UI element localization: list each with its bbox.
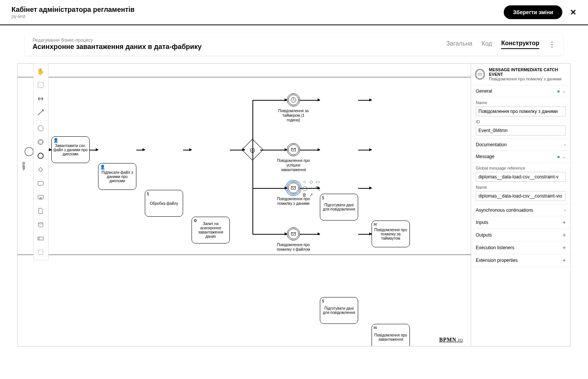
user-task-icon: 👤 [53, 138, 59, 143]
send-task-icon: ✉ [373, 325, 377, 330]
task-process-file[interactable]: §Обробка файлу [145, 190, 183, 217]
app-subtitle: py-test [11, 14, 134, 19]
svg-point-9 [38, 222, 43, 224]
id-label: ID [476, 119, 566, 124]
tab-code[interactable]: Код [482, 40, 492, 49]
section-documentation[interactable]: Documentation› [471, 139, 570, 151]
gmr-label: Global message reference [476, 166, 566, 170]
svg-rect-7 [38, 195, 43, 199]
hand-tool-icon[interactable]: ✋ [34, 64, 47, 78]
element-type-label: MESSAGE INTERMEDIATE CATCH EVENT [489, 67, 567, 77]
section-async[interactable]: Asynchronous continuations› [471, 204, 570, 216]
app-title: Кабінет адміністратора регламентів [11, 6, 134, 14]
task-prep-b1[interactable]: §Підготувати дані для повідомлення [320, 194, 358, 221]
section-general[interactable]: General ⌄ [471, 85, 570, 97]
message-event-success-label: Повідомлення про успішне завантаження [276, 158, 311, 172]
subprocess-icon[interactable] [34, 190, 47, 204]
gateway-icon[interactable] [34, 163, 47, 176]
ctx-connect-icon[interactable]: ↗ [308, 192, 314, 198]
start-event[interactable] [25, 147, 34, 156]
svg-point-3 [39, 140, 43, 144]
breadcrumb: Редагування бізнес-процесу [33, 38, 201, 43]
svg-rect-6 [38, 181, 43, 185]
properties-panel: MESSAGE INTERMEDIATE CATCH EVENT Повідом… [471, 64, 570, 346]
user-task-icon: 👤 [100, 165, 105, 170]
svg-rect-0 [38, 82, 43, 88]
task-prep-b2[interactable]: §Підготувати дані для повідомлення [320, 297, 358, 324]
data-store-icon[interactable] [34, 218, 47, 232]
timer-event-label: Повідомлення за таймером (1 година) [276, 109, 311, 123]
section-outputs[interactable]: Outputs+ [471, 229, 570, 242]
svg-rect-5 [38, 167, 43, 172]
script-task-icon: § [147, 191, 149, 196]
bpmn-palette: ✋ [33, 63, 49, 260]
task-msg-c2[interactable]: ✉Повідомлення про завантаження [372, 324, 410, 346]
lane-label: чато [21, 162, 26, 170]
element-name-label: Повідомлення про помилку з даними [489, 77, 567, 81]
script-task-icon: § [322, 299, 324, 303]
task-msg-c1[interactable]: ✉Повідомлення про помилку за таймаутом [372, 221, 410, 247]
ctx-delete-icon[interactable]: 🗑 [302, 192, 307, 198]
tab-general[interactable]: Загальна [446, 40, 472, 49]
ctx-task-icon[interactable]: ▭ [315, 179, 320, 185]
chevron-down-icon: ⌄ [562, 88, 566, 94]
name-label: Name [476, 100, 566, 105]
service-task-icon: ⚙ [193, 218, 197, 223]
svg-rect-8 [40, 198, 41, 199]
participant-icon[interactable] [34, 232, 47, 245]
section-message[interactable]: Message ⌄ [471, 151, 570, 163]
tab-builder[interactable]: Конструктор [501, 40, 539, 49]
plus-icon[interactable]: + [563, 257, 566, 263]
data-object-icon[interactable] [34, 204, 47, 218]
element-type-icon [475, 69, 485, 80]
plus-icon[interactable]: + [563, 232, 566, 238]
process-title: Асинхронне завантаження даних в дата-фаб… [33, 43, 201, 51]
start-event-icon[interactable] [34, 121, 47, 135]
group-icon[interactable] [34, 245, 47, 259]
kebab-menu-icon[interactable]: ⋮ [549, 40, 555, 49]
task-load-csv[interactable]: 👤Завантажити csv-файл з даними про дипло… [51, 136, 90, 163]
connect-tool-icon[interactable] [34, 106, 47, 119]
gmr-select[interactable] [476, 172, 566, 182]
message-event-data-error[interactable] [287, 181, 300, 194]
name-input[interactable] [476, 106, 566, 116]
close-icon[interactable]: ✕ [570, 8, 577, 17]
ctx-start-event-icon[interactable]: ○ [302, 179, 307, 185]
ctx-gateway-icon[interactable]: ◇ [308, 179, 314, 185]
plus-icon[interactable]: + [563, 245, 566, 251]
chevron-down-icon: ⌄ [562, 154, 566, 159]
section-extension-properties[interactable]: Extension properties+ [471, 254, 570, 267]
intermediate-event-icon[interactable] [34, 135, 47, 149]
svg-rect-12 [38, 250, 43, 255]
send-task-icon: ✉ [373, 222, 377, 227]
lasso-tool-icon[interactable] [34, 78, 47, 92]
plus-icon[interactable]: + [563, 219, 566, 225]
svg-point-1 [38, 126, 43, 131]
message-name-label: Name [476, 185, 566, 190]
bpmn-io-logo: BPMN.IO [439, 337, 463, 343]
task-icon[interactable] [34, 176, 47, 190]
message-event-data-error-label: Повідомлення про помилку з даними [276, 197, 311, 206]
end-event-icon[interactable] [34, 149, 47, 163]
chevron-right-icon: › [564, 207, 566, 213]
section-execution-listeners[interactable]: Execution listeners+ [471, 242, 570, 254]
space-tool-icon[interactable] [34, 92, 47, 106]
bpmn-canvas[interactable]: чато 👤Завантажити csv-файл з даними про … [17, 63, 571, 346]
task-sign-file[interactable]: 👤Підписати файл з даними про дипломи [98, 163, 136, 190]
message-name-input[interactable] [476, 191, 566, 201]
svg-rect-10 [38, 237, 43, 240]
message-event-file-error[interactable] [287, 227, 300, 240]
task-async-request[interactable]: ⚙Запит на асинхронне завантаження даних [192, 217, 230, 243]
save-button[interactable]: Зберегти зміни [504, 5, 562, 19]
message-event-success[interactable] [287, 143, 300, 156]
timer-event[interactable] [287, 93, 300, 106]
section-inputs[interactable]: Inputs+ [471, 216, 570, 229]
id-input[interactable] [476, 126, 566, 136]
svg-point-4 [38, 153, 43, 158]
message-event-file-error-label: Повідомлення про помилку з файлом [276, 243, 311, 252]
chevron-right-icon: › [564, 142, 566, 147]
